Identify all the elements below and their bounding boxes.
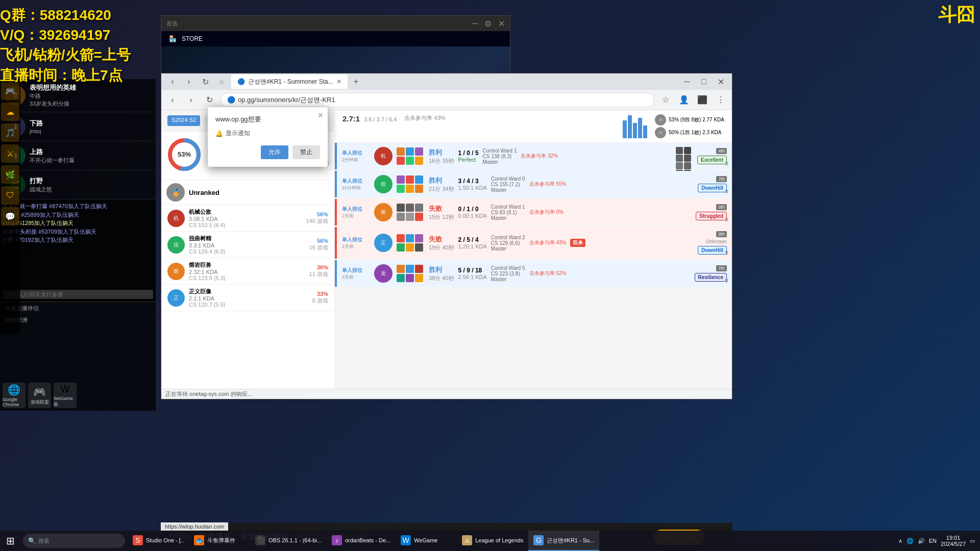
rank-row-1: 기 53% (9胜 8败) 2.77 KDA (655, 114, 724, 126)
sidebar-icon-3[interactable]: 🎵 (1, 123, 19, 142)
match-5-expand[interactable]: ∨ (724, 277, 729, 284)
close-browser-button[interactable]: ✕ (714, 74, 728, 89)
reload-button[interactable]: ↻ (198, 74, 212, 89)
match-row-3: 单人排位 2天前 熔 失败 (335, 199, 732, 226)
maximize-browser-button[interactable]: □ (697, 74, 711, 89)
taskbar-search[interactable]: 🔍 搜索 (23, 534, 125, 548)
popup-buttons: 允许 禁止 (215, 145, 320, 159)
match-2-expand[interactable]: ∨ (724, 187, 729, 195)
bottom-url-bar: https://wlop.huotan.com (161, 522, 228, 531)
champ-2-stats: 56% 16 游戏 (309, 238, 328, 252)
match-3-badge: Struggled (696, 212, 727, 220)
taskbar-item-douyu[interactable]: 🐟 斗鱼弹幕件 (189, 531, 250, 551)
extensions-button[interactable]: ⬛ (695, 93, 709, 107)
desktop: Q群：588214620 V/Q：392694197 飞机/钻粉/火箭=上号 直… (0, 0, 980, 551)
champ-row-3: 熔 熔岩巨兽 2.32:1 KDA CS 123.9 (5.3) 36% 11 … (161, 258, 334, 285)
chrome-label: Google Chrome (3, 397, 26, 407)
popup-title: www.op.gg想要 (215, 115, 320, 124)
ordan-icon: ♪ (332, 535, 342, 545)
sidebar-icon-4[interactable]: ⚔ (1, 144, 19, 163)
settings-icon[interactable]: ⚙ (484, 19, 492, 29)
wegame-label: 游戏联盟 (31, 399, 49, 406)
deny-button[interactable]: 禁止 (292, 145, 320, 159)
match-4-expand[interactable]: ∨ (724, 248, 729, 256)
match-3-result: 失败 15分 12秒 (429, 204, 454, 221)
sidebar-icon-6[interactable]: 🛡 (1, 186, 19, 205)
rank-portrait-2: 기 (655, 127, 666, 138)
wegame-icon2[interactable]: W WeGame版 (54, 383, 77, 408)
tray-battery: EN (929, 538, 937, 544)
match-3-expand[interactable]: ∨ (724, 215, 729, 223)
kda-big: 2.7:1 (342, 114, 360, 123)
toolbar-back[interactable]: ‹ (165, 93, 180, 107)
tab-title: 근성맨#KR1 - Summoner Sta... (248, 78, 333, 86)
tab-close-icon[interactable]: ✕ (336, 78, 341, 85)
lol-label: League of Legends (475, 537, 523, 543)
match-2-ward: Control Ward 0 CS 155 (7.2) Master (491, 176, 525, 193)
qq-group-text: Q群：588214620 (0, 5, 131, 25)
champ-4-kda: 2.1:1 KDA (189, 295, 308, 302)
new-tab-button[interactable]: + (350, 76, 362, 88)
match-2-result: 胜利 21分 34秒 (429, 176, 454, 193)
ordan-label: ordanBeats - De... (345, 537, 390, 543)
taskbar-item-chrome[interactable]: G 근성맨#KR1 - Su... (528, 531, 599, 551)
champ-icon-1: 机 (167, 210, 185, 227)
champ-4-cs: CS 120.7 (5.5) (189, 302, 308, 308)
match-3-right: 9th Struggled (696, 204, 727, 220)
chat-input[interactable] (3, 290, 153, 299)
start-button[interactable]: ⊞ (0, 531, 20, 551)
wegame-icon[interactable]: 🎮 游戏联盟 (28, 383, 51, 408)
browser-tab[interactable]: 🔵 근성맨#KR1 - Summoner Sta... ✕ (231, 74, 348, 89)
chrome-taskbar-icon: G (533, 535, 544, 545)
popup-message: 显示通知 (226, 129, 250, 138)
match-4-rank-pos: 8th (716, 231, 727, 237)
close-icon[interactable]: ✕ (498, 19, 505, 29)
taskbar-item-studio[interactable]: S Studio One - [.. (128, 531, 189, 551)
rank-name: Unranked (189, 189, 219, 196)
taskbar-datetime: 19:01 2024/5/27 (941, 535, 966, 547)
taskbar-item-wegame[interactable]: W WeGame (396, 531, 457, 551)
toolbar-reload[interactable]: ↻ (202, 93, 216, 107)
sidebar-icon-5[interactable]: 🌿 (1, 165, 19, 184)
champ-3-wr: 36% (309, 264, 328, 270)
menu-button[interactable]: ⋮ (714, 93, 728, 107)
sidebar-icon-7[interactable]: 💬 (1, 207, 19, 226)
match-2-items (397, 176, 425, 193)
minimize-browser-button[interactable]: ─ (680, 74, 694, 89)
sidebar-icon-2[interactable]: ☁ (1, 103, 19, 121)
search-icon: 🔍 (28, 537, 36, 544)
show-desktop-btn[interactable]: ▭ (970, 538, 975, 544)
taskbar-item-lol[interactable]: ⚔ League of Legends (457, 531, 528, 551)
obs-icon: ⚫ (255, 535, 265, 545)
profile-button[interactable]: 👤 (677, 93, 691, 107)
allow-button[interactable]: 允许 (261, 145, 288, 159)
google-chrome-icon[interactable]: 🌐 Google Chrome (3, 383, 26, 408)
hero-sub: 中路 (30, 92, 151, 100)
bot-sub: jmioj (30, 128, 151, 134)
url-bar[interactable]: 🔵 op.gg/summoners/kr/근성맨-KR1 (220, 93, 654, 107)
toolbar-forward[interactable]: › (184, 93, 198, 107)
game-titlebar: 首选 ─ ⚙ ✕ (161, 16, 510, 31)
forward-button[interactable]: › (182, 74, 196, 89)
champ-1-games: 140 游戏 (306, 217, 328, 225)
win-rate-donut: 53% (166, 137, 202, 174)
back-button[interactable]: ‹ (165, 74, 180, 89)
tray-arrow[interactable]: ∧ (898, 538, 902, 544)
taskbar-item-ordan[interactable]: ♪ ordanBeats - De... (327, 531, 396, 551)
match-1-kill-part: 击杀参与率 32% (521, 153, 558, 160)
match-3-type: 单人排位 2天前 (342, 206, 370, 219)
game-label: 鸡地球洲 (0, 315, 156, 325)
chat-msg-1: 不开心就一拳打爆 #87470加入了队伍躺天 (3, 202, 153, 211)
match-1-score: 1 / 0 / 5 Perfect (458, 149, 479, 163)
douyu-icon: 🐟 (194, 535, 204, 545)
popup-close-icon[interactable]: ✕ (317, 111, 324, 119)
tab-s2024s2[interactable]: S2024 S2 (167, 115, 200, 126)
search-placeholder: 搜索 (38, 537, 50, 545)
tray-sound: 🔊 (918, 538, 925, 544)
home-button[interactable]: ⌂ (214, 74, 229, 89)
minimize-icon[interactable]: ─ (472, 19, 478, 29)
bookmark-button[interactable]: ☆ (658, 93, 673, 107)
match-2-kill-part: 击杀参与率 55% (529, 181, 567, 188)
match-1-expand[interactable]: ∨ (724, 159, 729, 167)
taskbar-item-obs[interactable]: ⚫ OBS 26.1.1 - (64-bi... (250, 531, 327, 551)
